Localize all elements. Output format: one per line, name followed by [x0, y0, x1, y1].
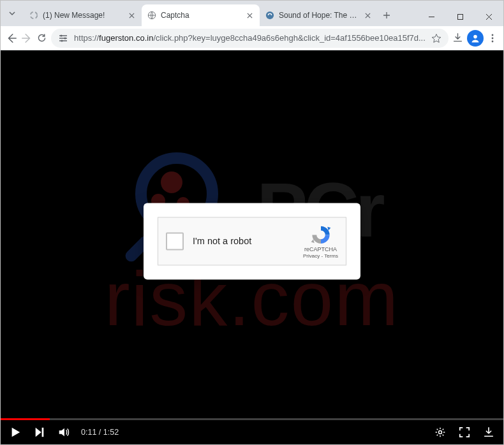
reload-button[interactable] — [36, 29, 47, 47]
svg-point-8 — [492, 34, 494, 36]
toolbar: https://fugerston.co.in/click.php?key=lu… — [1, 26, 503, 50]
svg-point-6 — [61, 40, 63, 41]
tab-search-dropdown[interactable] — [3, 4, 21, 22]
tab-title: Captcha — [161, 11, 241, 20]
download-icon — [452, 33, 463, 43]
recaptcha-icon — [310, 224, 332, 245]
address-bar[interactable]: https://fugerston.co.in/click.php?key=lu… — [51, 29, 448, 48]
svg-point-7 — [473, 34, 477, 38]
gear-icon — [434, 427, 446, 438]
svg-point-10 — [492, 40, 494, 42]
forward-button[interactable] — [21, 29, 33, 47]
tab-title: (1) New Message! — [43, 11, 122, 20]
url-text: https://fugerston.co.in/click.php?key=lu… — [74, 33, 426, 43]
chevron-down-icon — [8, 10, 16, 17]
video-download-button[interactable] — [482, 425, 496, 439]
play-button[interactable] — [8, 425, 22, 439]
captcha-dialog: I'm not a robot reCAPTCHA Privacy - Term… — [144, 203, 360, 279]
site-settings-icon[interactable] — [57, 33, 69, 44]
recaptcha-brand: reCAPTCHA Privacy - Terms — [303, 224, 338, 259]
video-controls: 0:11 / 1:52 — [1, 420, 503, 444]
svg-rect-3 — [458, 14, 463, 19]
arrow-right-icon — [21, 33, 33, 44]
recaptcha-label: I'm not a robot — [193, 236, 294, 246]
maximize-button[interactable] — [446, 7, 475, 26]
globe-icon — [147, 10, 157, 20]
profile-button[interactable] — [467, 29, 484, 47]
tab-new-message[interactable]: (1) New Message! — [24, 4, 142, 26]
arrow-left-icon — [6, 33, 17, 44]
svg-point-9 — [492, 37, 494, 39]
close-icon[interactable] — [362, 10, 373, 20]
spinner-icon — [29, 10, 39, 20]
fullscreen-icon — [459, 427, 470, 438]
reload-icon — [36, 33, 47, 43]
star-icon — [431, 33, 441, 43]
kebab-icon — [487, 33, 498, 43]
volume-icon — [57, 426, 70, 439]
tab-strip: (1) New Message! Captcha Sound of Hope — [24, 1, 417, 26]
avatar-icon — [467, 30, 484, 47]
page-content: PCr risk.com I'm not a robot reCAPTCHA — [1, 50, 503, 444]
svg-point-0 — [31, 12, 38, 19]
recaptcha-widget: I'm not a robot reCAPTCHA Privacy - Term… — [158, 217, 346, 265]
recaptcha-checkbox[interactable] — [166, 232, 184, 250]
new-tab-button[interactable] — [378, 6, 396, 24]
svg-point-2 — [266, 11, 274, 19]
back-button[interactable] — [6, 29, 17, 47]
downloads-button[interactable] — [452, 29, 463, 47]
tab-title: Sound of Hope: The Story o — [279, 11, 359, 20]
tab-sound-of-hope[interactable]: Sound of Hope: The Story o — [260, 4, 378, 26]
next-button[interactable] — [33, 425, 47, 439]
next-icon — [34, 427, 45, 438]
svg-rect-13 — [42, 428, 44, 437]
play-icon — [10, 427, 21, 438]
window-controls — [417, 7, 503, 26]
bookmark-button[interactable] — [431, 33, 442, 44]
browser-window: (1) New Message! Captcha Sound of Hope — [0, 0, 504, 445]
titlebar: (1) New Message! Captcha Sound of Hope — [1, 1, 503, 26]
volume-button[interactable] — [57, 425, 71, 439]
close-icon[interactable] — [244, 10, 255, 20]
fullscreen-button[interactable] — [457, 425, 471, 439]
recaptcha-brand-text: reCAPTCHA — [304, 246, 337, 252]
site-icon — [265, 10, 275, 20]
menu-button[interactable] — [487, 29, 498, 47]
download-icon — [483, 427, 494, 438]
recaptcha-links[interactable]: Privacy - Terms — [303, 253, 338, 259]
close-icon[interactable] — [126, 10, 137, 20]
svg-point-5 — [64, 37, 66, 39]
video-time: 0:11 / 1:52 — [81, 428, 119, 437]
close-window-button[interactable] — [475, 7, 503, 26]
svg-point-4 — [61, 34, 63, 36]
tab-captcha[interactable]: Captcha — [142, 4, 260, 26]
settings-button[interactable] — [433, 425, 447, 439]
minimize-button[interactable] — [417, 7, 446, 26]
svg-point-14 — [439, 431, 442, 434]
